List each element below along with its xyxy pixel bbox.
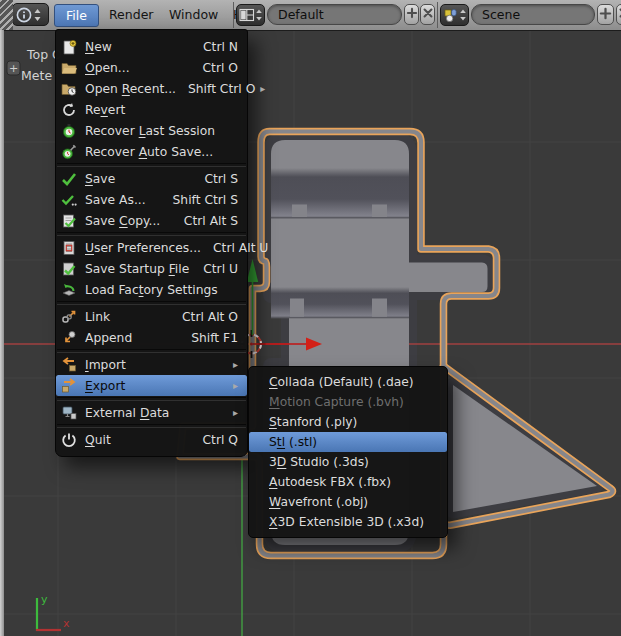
menubar-item-render[interactable]: Render [98,4,165,25]
window-left-border [0,0,4,636]
menu-item-label: Motion Capture (.bvh) [269,395,404,409]
import-icon [61,357,78,373]
export-icon [61,378,78,394]
menu-item-label: Recover Auto Save... [85,145,213,159]
menu-item-label: External Data [85,406,169,420]
menu-item-hotkey: Ctrl Q [191,433,238,447]
submenu-item-stanford[interactable]: Stanford (.ply) [249,412,447,432]
info-header: File Render Window Help Default [0,0,621,31]
menu-item-save-as[interactable]: Save As...Shift Ctrl S [56,189,247,210]
menu-item-label: Wavefront (.obj) [269,495,368,509]
submenu-item-motion-capture: Motion Capture (.bvh) [249,392,447,412]
menu-item-label: Revert [85,103,125,117]
delete-screen-layout-button[interactable] [420,4,435,25]
submenu-item-3d-studio[interactable]: 3D Studio (.3ds) [249,452,447,472]
submenu-arrow-icon: ▸ [260,83,265,94]
screen-layout-icon [239,7,255,23]
menu-item-hotkey: Shift F1 [179,331,238,345]
save-icon [61,171,78,187]
menu-item-hotkey: Ctrl Alt S [172,214,238,228]
submenu-item-collada[interactable]: Collada (Default) (.dae) [249,372,447,392]
revert-icon [61,102,78,118]
menu-item-label: Save Copy... [85,214,160,228]
menu-item-new[interactable]: NewCtrl N [56,36,247,57]
menu-item-load-factory-settings[interactable]: Load Factory Settings [56,279,247,300]
axis-gizmo-x-label: x [63,617,70,630]
menu-item-save[interactable]: SaveCtrl S [56,168,247,189]
submenu-item-wavefront[interactable]: Wavefront (.obj) [249,492,447,512]
window-resize-corner[interactable] [0,0,13,30]
append-icon [61,330,78,346]
export-submenu: Collada (Default) (.dae)Motion Capture (… [248,366,448,538]
menu-item-save-copy[interactable]: Save Copy...Ctrl Alt S [56,210,247,231]
delete-scene-button[interactable] [616,4,621,25]
menu-item-label: Append [85,331,132,345]
quit-icon [61,432,78,448]
editor-type-button[interactable] [12,3,49,26]
menubar-item-file[interactable]: File [54,4,99,27]
info-icon [15,6,33,24]
menu-item-import[interactable]: Import▸ [56,354,247,375]
menu-item-label: Stl (.stl) [269,435,317,449]
menu-item-quit[interactable]: QuitCtrl Q [56,429,247,450]
menu-item-label: Quit [85,433,111,447]
menu-item-label: User Preferences... [85,241,201,255]
submenu-item-stl[interactable]: Stl (.stl) [249,432,447,452]
menu-item-label: Save [85,172,115,186]
header-divider [233,2,234,28]
menu-item-external-data[interactable]: External Data▸ [56,402,247,423]
menu-item-export[interactable]: Export▸ [56,375,247,396]
submenu-arrow-icon: ▸ [233,380,238,391]
menu-item-recover-auto-save[interactable]: Recover Auto Save... [56,141,247,162]
menu-item-label: 3D Studio (.3ds) [269,455,369,469]
svg-text:+: + [9,62,18,75]
menu-item-label: Recover Last Session [85,124,215,138]
menubar-item-window[interactable]: Window [158,4,229,25]
recover-last-icon [61,123,78,139]
menu-item-label: Collada (Default) (.dae) [269,375,414,389]
menu-item-hotkey: Ctrl S [192,172,238,186]
submenu-arrow-icon: ▸ [233,407,238,418]
screen-layout-name-field[interactable]: Default [267,4,402,25]
menu-item-link[interactable]: LinkCtrl Alt O [56,306,247,327]
menu-item-label: Autodesk FBX (.fbx) [269,475,391,489]
stepper-arrows-icon[interactable] [255,7,263,23]
user-prefs-icon [61,240,78,256]
save-copy-icon [61,213,78,229]
menu-item-open-recent[interactable]: Open Recent...Shift Ctrl O▸ [56,78,247,99]
submenu-item-autodesk-fbx[interactable]: Autodesk FBX (.fbx) [249,472,447,492]
menu-item-hotkey: Ctrl Alt O [170,310,238,324]
menu-item-label: Open Recent... [85,82,176,96]
grid-unit-label: Mete [21,68,52,83]
toolshelf-expand-button[interactable]: + [7,61,20,75]
menu-item-append[interactable]: AppendShift F1 [56,327,247,348]
menu-item-label: Save Startup File [85,262,189,276]
menu-item-hotkey: Shift Ctrl S [161,193,238,207]
axis-gizmo-y-label: y [41,593,48,606]
open-recent-icon [61,81,78,97]
header-divider [437,2,438,28]
add-scene-button[interactable] [597,4,614,25]
submenu-item-x3d[interactable]: X3D Extensible 3D (.x3d) [249,512,447,532]
menu-item-open[interactable]: Open...Ctrl O [56,57,247,78]
file-menu-items: NewCtrl NOpen...Ctrl OOpen Recent...Shif… [56,36,247,450]
menu-item-label: Open... [85,61,130,75]
submenu-arrow-icon: ▸ [233,359,238,370]
scene-icon [443,7,459,23]
menu-item-label: Load Factory Settings [85,283,218,297]
menu-item-label: Stanford (.ply) [269,415,357,429]
stepper-arrows-icon[interactable] [459,7,467,23]
screen-layout-browse-button[interactable] [236,4,265,26]
menu-item-hotkey: Shift Ctrl O [176,82,255,96]
menu-item-hotkey: Ctrl N [191,40,238,54]
scene-name-field[interactable]: Scene [471,4,595,25]
menu-item-save-startup-file[interactable]: Save Startup FileCtrl U [56,258,247,279]
add-screen-layout-button[interactable] [404,4,419,25]
link-icon [61,309,78,325]
menu-item-revert[interactable]: Revert [56,99,247,120]
scene-browse-button[interactable] [440,4,469,26]
menu-item-user-preferences[interactable]: User Preferences...Ctrl Alt U [56,237,247,258]
menu-item-hotkey: Ctrl U [191,262,238,276]
menu-item-recover-last-session[interactable]: Recover Last Session [56,120,247,141]
stepper-arrows-icon[interactable] [33,6,42,24]
